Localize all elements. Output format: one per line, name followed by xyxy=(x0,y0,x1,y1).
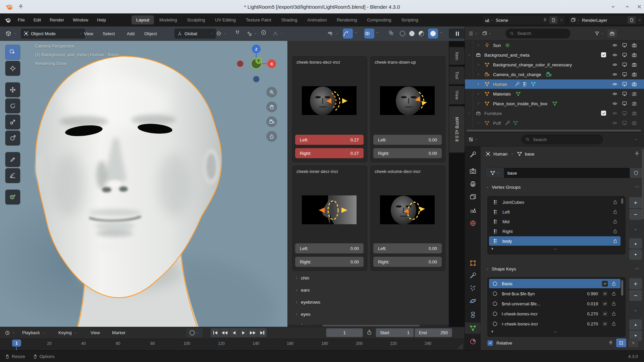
vertex-group-remove-button[interactable] xyxy=(629,208,642,220)
mpfb-value-row[interactable]: Left:0.00 xyxy=(373,243,442,253)
camera-render-icon[interactable] xyxy=(632,72,637,77)
mpfb-value-row[interactable]: Right:0.00 xyxy=(295,257,364,267)
vertex-group-move-down-button[interactable] xyxy=(629,249,642,260)
monitor-icon[interactable] xyxy=(622,43,627,48)
show-gizmos-toggle[interactable] xyxy=(343,28,353,39)
eye-icon[interactable] xyxy=(612,91,618,97)
viewport-menu-view[interactable]: View xyxy=(82,28,95,39)
shape-key-checkbox[interactable] xyxy=(602,301,608,307)
mesh-id-dropdown[interactable] xyxy=(485,168,504,178)
mpfb-card-thumbnail[interactable] xyxy=(302,86,357,115)
outliner-row-place-toon[interactable]: Place_toon_inside_this_box xyxy=(465,99,644,108)
frame-end-field[interactable]: End 250 xyxy=(415,328,452,337)
lock-open-icon[interactable] xyxy=(611,281,616,286)
grip-dots-icon[interactable] xyxy=(553,329,558,334)
shading-solid-icon[interactable] xyxy=(409,31,415,36)
shading-wireframe-icon[interactable] xyxy=(400,31,405,36)
pin-icon[interactable] xyxy=(608,340,613,346)
mpfb-value-row[interactable]: Left:0.00 xyxy=(373,135,442,145)
tab-output-icon[interactable] xyxy=(469,180,477,188)
tab-world-icon[interactable] xyxy=(469,220,477,227)
outliner-search-input[interactable] xyxy=(517,31,561,36)
mpfb-section-eyebrows[interactable]: eyebrows xyxy=(294,300,320,305)
mesh-name-input[interactable] xyxy=(504,168,630,178)
timeline-editor-selector[interactable] xyxy=(2,328,18,337)
tool-scale[interactable] xyxy=(5,115,20,129)
workspace-tab-rendering[interactable]: Rendering xyxy=(332,15,362,24)
monitor-icon[interactable] xyxy=(622,62,627,67)
monitor-icon[interactable] xyxy=(622,120,627,126)
vertex-group-row[interactable]: Mid xyxy=(489,217,621,226)
editor-type-selector[interactable] xyxy=(3,28,23,39)
monitor-icon[interactable] xyxy=(622,101,627,106)
shading-rendered-toggle[interactable] xyxy=(428,28,438,39)
proportional-editing-icon[interactable] xyxy=(261,29,267,36)
vertex-group-row[interactable]: Right xyxy=(489,227,621,236)
viewport-menu-add[interactable]: Add xyxy=(125,28,137,39)
relative-checkbox[interactable] xyxy=(487,340,493,346)
tool-measure[interactable] xyxy=(5,168,20,183)
vertex-group-row[interactable]: JointCubes xyxy=(489,197,621,207)
viewport-lock-button[interactable] xyxy=(266,131,277,142)
outliner-row-background-and-meta[interactable]: Background_and_meta xyxy=(465,50,644,60)
mode-dropdown[interactable]: Object Mode xyxy=(21,28,85,39)
list-expand-icon[interactable] xyxy=(490,329,494,334)
timeline-menu-view[interactable]: View xyxy=(88,328,103,337)
list-scrollbar-thumb[interactable] xyxy=(621,280,623,296)
outliner-display-mode[interactable] xyxy=(482,31,492,36)
lock-open-icon[interactable] xyxy=(611,311,616,316)
eye-icon[interactable] xyxy=(612,72,618,77)
mpfb-value-row[interactable]: Right:0.00 xyxy=(373,257,442,267)
shape-key-remove-button[interactable] xyxy=(629,290,642,301)
mpfb-hscrollbar[interactable] xyxy=(288,324,449,327)
monitor-icon[interactable] xyxy=(622,91,627,97)
viewport-camera-view-button[interactable] xyxy=(266,116,277,127)
shape-key-row-selected[interactable]: Basis xyxy=(489,279,621,288)
viewport-zoom-button[interactable] xyxy=(266,87,277,98)
outliner-filter[interactable] xyxy=(594,31,604,36)
menu-edit[interactable]: Edit xyxy=(29,13,45,26)
camera-render-icon[interactable] xyxy=(632,43,637,48)
pin-icon[interactable] xyxy=(18,4,23,9)
shape-key-checkbox[interactable] xyxy=(602,291,608,297)
monitor-icon[interactable] xyxy=(622,52,627,58)
workspace-tab-shading[interactable]: Shading xyxy=(277,15,302,24)
vertex-group-row[interactable]: Left xyxy=(489,207,621,217)
collection-checkbox[interactable] xyxy=(601,52,606,57)
properties-search-input[interactable] xyxy=(532,137,577,142)
unlink-scene-icon[interactable] xyxy=(559,18,564,22)
camera-render-off-icon[interactable] xyxy=(632,111,637,116)
workspace-tab-texture-paint[interactable]: Texture Paint xyxy=(241,15,276,24)
jump-to-end-button[interactable] xyxy=(258,328,267,337)
fake-user-shield-button[interactable] xyxy=(630,168,642,178)
outliner-hscrollbar[interactable] xyxy=(467,130,641,131)
lock-open-icon[interactable] xyxy=(612,209,618,215)
lock-open-icon[interactable] xyxy=(612,229,618,234)
outliner-row-puff[interactable]: Puff xyxy=(465,118,644,128)
tool-select-box[interactable] xyxy=(5,45,20,60)
blender-menu-icon[interactable] xyxy=(4,17,11,23)
falloff-dropdown[interactable] xyxy=(270,28,293,39)
mpfb-card-thumbnail[interactable] xyxy=(302,195,357,224)
pin-id-icon[interactable] xyxy=(634,151,640,157)
transform-orientation-dropdown[interactable]: Global xyxy=(174,28,216,39)
shape-key-add-button[interactable] xyxy=(629,278,642,290)
eye-icon[interactable] xyxy=(612,62,618,67)
vertex-group-row-selected[interactable]: body xyxy=(489,236,621,246)
camera-render-icon[interactable] xyxy=(632,62,637,67)
tab-modifiers-icon[interactable] xyxy=(469,272,477,279)
camera-render-off-icon[interactable] xyxy=(632,101,637,106)
shape-key-row[interactable]: l-cheek-bones-incr 0.270 xyxy=(489,309,621,318)
vertex-group-specials-button[interactable] xyxy=(629,224,642,235)
properties-search[interactable] xyxy=(522,135,603,144)
snap-magnet-icon[interactable] xyxy=(234,29,240,36)
play-reverse-button[interactable] xyxy=(229,328,238,337)
lock-open-icon[interactable] xyxy=(611,291,616,296)
mpfb-section-eyes[interactable]: eyes xyxy=(294,312,311,317)
properties-options-chevron-icon[interactable] xyxy=(634,137,638,141)
shape-key-row[interactable]: $md-$ca-$fe-$yn 0.990 xyxy=(489,289,621,298)
pin-icon[interactable] xyxy=(543,18,547,22)
navigation-gizmo[interactable]: Y Z X xyxy=(232,43,282,88)
frame-start-field[interactable]: Start 1 xyxy=(376,328,414,337)
shape-key-row[interactable]: r-cheek-bones-incr 0.270 xyxy=(489,319,621,328)
